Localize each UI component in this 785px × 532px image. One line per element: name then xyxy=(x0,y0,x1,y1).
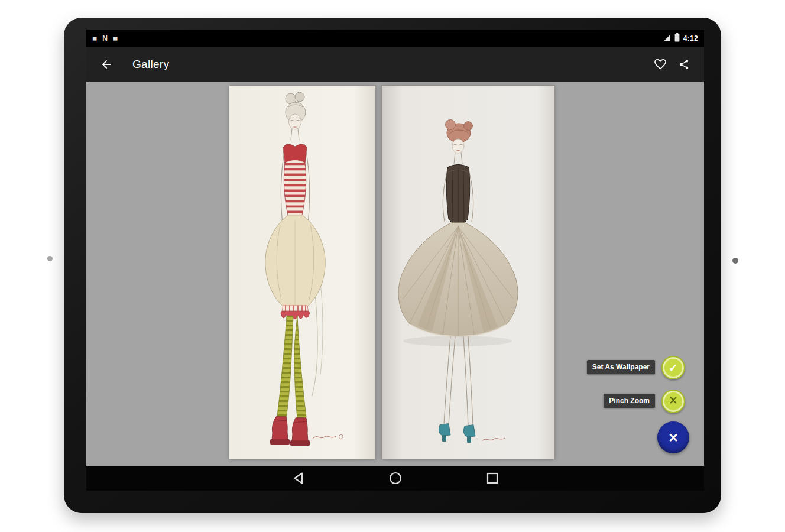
camera-dot-right xyxy=(732,258,738,264)
notification-square-icon-1: ◼ xyxy=(92,35,97,41)
back-arrow-icon[interactable] xyxy=(95,53,118,76)
nav-back-icon[interactable] xyxy=(291,471,306,485)
nav-home-icon[interactable] xyxy=(388,471,403,485)
pinch-zoom-label: Pinch Zoom xyxy=(604,394,655,408)
android-nav-bar xyxy=(86,466,704,491)
status-clock: 4:12 xyxy=(683,34,698,43)
set-as-wallpaper-label: Set As Wallpaper xyxy=(587,360,655,374)
tablet-device: ◼ N ◼ 4:12 Gallery xyxy=(64,18,721,513)
pinch-zoom-icon xyxy=(669,395,678,408)
close-fab-button[interactable]: ✕ xyxy=(657,421,689,453)
signal-icon xyxy=(663,33,671,44)
nfc-n-icon: N xyxy=(102,35,108,42)
battery-icon xyxy=(674,33,680,44)
close-icon: ✕ xyxy=(668,432,679,444)
pinch-zoom-button[interactable] xyxy=(661,390,685,413)
status-bar: ◼ N ◼ 4:12 xyxy=(86,30,704,47)
set-as-wallpaper-button[interactable]: ✓ xyxy=(661,356,685,379)
gallery-content: Set As Wallpaper ✓ Pinch Zoom ✕ xyxy=(86,82,704,466)
status-bar-notifications: ◼ N ◼ xyxy=(92,35,118,42)
check-icon: ✓ xyxy=(669,362,678,374)
gallery-image-corset-gown[interactable] xyxy=(382,86,554,459)
camera-dot-left xyxy=(47,256,53,261)
notification-square-icon-2: ◼ xyxy=(113,35,118,41)
share-icon[interactable] xyxy=(672,53,696,76)
gallery-image-striped-dress[interactable] xyxy=(229,86,375,459)
page-title: Gallery xyxy=(132,58,169,71)
favorite-heart-icon[interactable] xyxy=(648,53,672,76)
status-bar-system: 4:12 xyxy=(663,33,698,44)
tablet-screen: ◼ N ◼ 4:12 Gallery xyxy=(86,30,704,491)
app-bar: Gallery xyxy=(86,47,704,82)
nav-recents-icon[interactable] xyxy=(485,471,499,485)
